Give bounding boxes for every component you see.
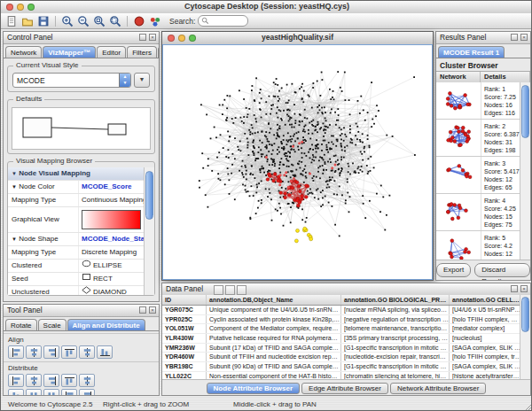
vmb-scrollbar[interactable]	[144, 167, 154, 295]
annotation-icon[interactable]	[132, 14, 146, 27]
table-row[interactable]: YPR025CCyclin associated with protein ki…	[162, 315, 521, 325]
vmb-row-clustered[interactable]: ClusteredELLIPSE	[8, 260, 145, 273]
column-header[interactable]: annotation.DB,Object_Name	[207, 295, 341, 305]
tool-tab-scale[interactable]: Scale	[38, 319, 66, 330]
cluster-row[interactable]: Rank: 3Score: 5.417Nodes: 12Edges: 65	[436, 157, 521, 194]
vmb-row-node-shape[interactable]: ▼ Node ShapeMCODE_Node_Status	[8, 233, 145, 246]
cluster-row[interactable]: Rank: 5Score: 4.2Nodes: 12Edges: 60	[436, 231, 521, 260]
combo-stepper-icon[interactable]: ▲▼	[119, 74, 130, 87]
tool-tab-rotate[interactable]: Rotate	[5, 319, 37, 330]
close-data-panel-icon[interactable]: ×	[520, 285, 528, 292]
distribute-v-spacing-icon[interactable]	[43, 389, 59, 396]
distribute-left-edges-icon[interactable]	[61, 389, 77, 396]
align-horizontal-left-icon[interactable]	[8, 345, 24, 359]
cluster-thumbnail[interactable]	[436, 157, 481, 193]
tab-mcode-result[interactable]: MCODE Result 1	[438, 46, 505, 58]
save-session-icon[interactable]	[36, 14, 51, 27]
tree-expand-icon[interactable]: ▼	[12, 184, 17, 190]
cluster-thumbnail[interactable]	[436, 120, 481, 156]
table-row[interactable]: YDR460WSubunit of TFIIH and nucleotide e…	[162, 353, 521, 362]
new-session-icon[interactable]	[4, 14, 19, 27]
distribute-left-icon[interactable]	[8, 374, 24, 387]
zoom-fit-icon[interactable]	[108, 14, 122, 27]
vmb-row-unclustered[interactable]: UnclusteredDIAMOND	[8, 286, 145, 295]
tab-network[interactable]: Network	[5, 46, 42, 58]
tree-expand-icon[interactable]: ▼	[12, 237, 17, 242]
cluster-row[interactable]: Rank: 4Score: 4.25Nodes: 15Edges: 75	[436, 194, 521, 231]
vmb-row-node-visual-mapping[interactable]: ▼ Node Visual Mapping	[8, 167, 145, 181]
align-horizontal-right-icon[interactable]	[43, 345, 59, 359]
distribute-center-icon[interactable]	[26, 374, 42, 387]
align-horizontal-center-icon[interactable]	[26, 345, 42, 359]
results-scrollbar-thumb[interactable]	[521, 85, 529, 138]
align-vertical-top-icon[interactable]	[61, 345, 77, 359]
search-input[interactable]	[198, 15, 248, 27]
visual-styles-icon[interactable]	[148, 14, 162, 27]
table-row[interactable]: YMR236WSubunit (17 kDa) of TFIID and SAG…	[162, 344, 521, 353]
select-attributes-icon[interactable]	[214, 285, 223, 295]
tool-tab-align-and-distribute[interactable]: Align and Distribute	[67, 319, 145, 330]
distribute-top-icon[interactable]	[61, 374, 77, 387]
close-tool-panel-icon[interactable]: ×	[149, 306, 156, 314]
cluster-row[interactable]: Rank: 2Score: 6.387Nodes: 31Edges: 198	[436, 120, 521, 157]
defaults-preview[interactable]	[12, 107, 151, 150]
vmb-scrollbar-thumb[interactable]	[145, 171, 153, 220]
create-attribute-icon[interactable]	[225, 285, 235, 295]
vmb-row-mapping-type[interactable]: Mapping TypeDiscrete Mapping	[8, 246, 145, 260]
data-scrollbar-thumb[interactable]	[521, 297, 529, 332]
align-vertical-middle-icon[interactable]	[79, 345, 95, 359]
distribute-right-icon[interactable]	[43, 374, 59, 387]
float-data-panel-icon[interactable]	[511, 285, 518, 292]
distribute-right-edges-icon[interactable]	[79, 389, 95, 396]
results-scrollbar[interactable]	[520, 82, 530, 260]
continuous-gradient-swatch[interactable]	[82, 210, 141, 229]
resize-grip[interactable]	[523, 402, 532, 411]
cluster-thumbnail[interactable]	[436, 231, 481, 260]
tab-edge-attribute-browser[interactable]: Edge Attribute Browser	[301, 383, 388, 394]
tab-network-attribute-browser[interactable]: Network Attribute Browser	[390, 383, 486, 394]
discard-result-button[interactable]: Discard Result	[474, 263, 530, 277]
vmb-row-graphical-view[interactable]: Graphical View	[8, 207, 145, 233]
close-results-icon[interactable]: ×	[520, 34, 528, 41]
style-options-button[interactable]: ▼	[134, 73, 150, 88]
column-header[interactable]: annotation.GO CELLULAR_COMPONENT	[450, 295, 521, 305]
vmb-row-seed[interactable]: SeedRECT	[8, 273, 145, 286]
column-network[interactable]: Network	[436, 72, 481, 82]
tab-vizmapper-[interactable]: VizMapper™	[43, 46, 96, 58]
table-row[interactable]: YBR198CSubunit (90 kDa) of TFIID and SAG…	[162, 362, 521, 372]
export-button[interactable]: Export	[436, 263, 471, 277]
align-vertical-bottom-icon[interactable]	[97, 345, 113, 359]
tab-filters[interactable]: Filters	[127, 46, 157, 58]
cluster-row[interactable]: Rank: 1Score: 7.25Nodes: 16Edges: 116	[436, 82, 521, 120]
tree-expand-icon[interactable]: ▼	[12, 171, 17, 176]
tab-editor[interactable]: Editor	[97, 46, 126, 58]
vmb-row-node-color[interactable]: ▼ Node ColorMCODE_Score	[8, 181, 145, 194]
distribute-h-spacing-icon[interactable]	[26, 389, 42, 396]
cluster-thumbnail[interactable]	[436, 82, 481, 119]
table-row[interactable]: YGR075CUnique component of the U4/U6.U5 …	[162, 306, 521, 315]
table-row[interactable]: YOL051WComponent of the Mediator complex…	[162, 324, 521, 334]
network-graph[interactable]	[162, 44, 433, 280]
delete-attribute-icon[interactable]	[237, 285, 246, 295]
distribute-bottom-icon[interactable]	[8, 389, 24, 396]
column-header[interactable]: annotation.GO BIOLOGICAL_PROCESS	[341, 295, 450, 305]
zoom-out-icon[interactable]	[76, 14, 90, 27]
vmb-row-mapping-type[interactable]: Mapping TypeContinuous Mapping	[8, 194, 145, 207]
window-titlebar[interactable]: Cytoscape Desktop (Session: yeastHQ.cys)	[1, 1, 532, 14]
tab-node-attribute-browser[interactable]: Node Attribute Browser	[207, 383, 301, 394]
network-canvas[interactable]	[162, 44, 433, 280]
zoom-in-icon[interactable]	[60, 14, 74, 27]
distribute-middle-icon[interactable]	[79, 374, 95, 387]
network-window-titlebar[interactable]: yeastHighQuality.sif	[162, 32, 433, 45]
float-results-icon[interactable]	[511, 34, 518, 41]
column-header[interactable]: ID	[162, 295, 207, 305]
float-tool-panel-icon[interactable]	[139, 306, 146, 314]
column-details[interactable]: Details	[481, 72, 530, 82]
zoom-selected-icon[interactable]	[92, 14, 106, 27]
table-row[interactable]: YLR430WPutative helicase required for RN…	[162, 334, 521, 344]
float-panel-icon[interactable]	[139, 34, 146, 41]
close-panel-icon[interactable]: ×	[149, 34, 156, 41]
cluster-thumbnail[interactable]	[436, 194, 481, 230]
visual-style-select[interactable]: MCODE ▲▼	[12, 73, 131, 88]
tab-overflow-arrow-icon[interactable]: ▶	[158, 47, 160, 58]
